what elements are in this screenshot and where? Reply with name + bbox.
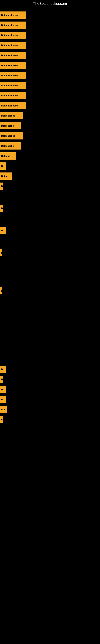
bottleneck-bar: B (0, 416, 3, 423)
bar-label: Bottleneck resu (0, 62, 26, 69)
bar-label: Bottleneck resu (0, 82, 26, 89)
bar-label: Bottleneck resu (0, 72, 26, 79)
bottleneck-bar: Bottleneck resu (0, 52, 26, 59)
bar-label: Bo (0, 396, 6, 403)
bar-label: Bottle (0, 172, 12, 180)
bottleneck-bar: Bo (0, 227, 6, 234)
bar-label: Bottleneck resu (0, 22, 26, 29)
bar-label: Bo (0, 162, 6, 170)
bottleneck-bar: Bot (0, 406, 7, 413)
bar-label: Bottleneck resu (0, 52, 26, 59)
bottleneck-bar: Bottleneck resu (0, 82, 26, 89)
bar-label: Bottleneck resu (0, 12, 26, 19)
bottleneck-bar: | (0, 249, 2, 256)
bar-label: B (0, 376, 3, 383)
bottleneck-bar: B (0, 376, 3, 383)
bar-label: Bo (0, 386, 6, 393)
bar-label: Bo (0, 366, 6, 373)
bar-label: Bo (0, 227, 6, 234)
bottleneck-bar: Bottleneck re (0, 132, 23, 140)
bar-label: | (0, 287, 2, 294)
bottleneck-bar: Bottleneck r (0, 142, 21, 150)
bottleneck-bar: Bottleneck resu (0, 62, 26, 69)
bar-label: Bot (0, 406, 7, 413)
bottleneck-bar: Bo (0, 366, 6, 373)
bottleneck-bar: Bottle (0, 172, 12, 180)
bar-label: Bottleneck resu (0, 42, 26, 49)
bottleneck-bar: Bo (0, 386, 6, 393)
bottleneck-bar: B (0, 205, 3, 212)
bar-label: B (0, 182, 3, 190)
bottleneck-bar: Bottlene (0, 152, 16, 160)
bottleneck-bar: B (0, 182, 3, 190)
bottleneck-bar: Bottleneck resu (0, 22, 26, 29)
bottleneck-bar: Bottleneck resu (0, 72, 26, 79)
bar-label: Bottleneck resu (0, 92, 26, 99)
bar-label: Bottleneck re (0, 112, 23, 119)
bottleneck-bar: Bottleneck re (0, 112, 23, 119)
bottleneck-bar: | (0, 287, 2, 294)
bottleneck-bar: Bottleneck resu (0, 92, 26, 99)
bar-label: Bottleneck r (0, 142, 21, 150)
bottleneck-bar: Bottleneck resu (0, 42, 26, 49)
bar-label: Bottleneck resu (0, 32, 26, 39)
bar-label: Bottleneck r (0, 122, 21, 130)
site-title: TheBottlenecker.com (0, 0, 100, 8)
bar-label: | (0, 249, 2, 256)
bar-label: B (0, 205, 3, 212)
bottleneck-bar: Bottleneck resu (0, 32, 26, 39)
bar-label: B (0, 416, 3, 423)
bar-label: Bottlene (0, 152, 16, 160)
bottleneck-bar: Bottleneck resu (0, 12, 26, 19)
bottleneck-bar: Bo (0, 162, 6, 170)
bottleneck-bar: Bottleneck resu (0, 102, 26, 109)
bottleneck-bar: Bo (0, 396, 6, 403)
bar-label: Bottleneck re (0, 132, 23, 140)
bottleneck-bar: Bottleneck r (0, 122, 21, 130)
bar-label: Bottleneck resu (0, 102, 26, 109)
